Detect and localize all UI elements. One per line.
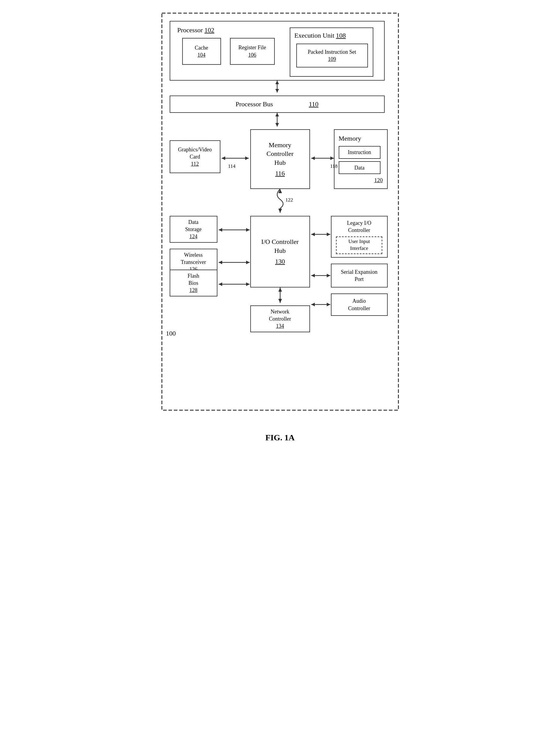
svg-marker-34 — [278, 287, 282, 292]
network-controller-label: Network Controller — [269, 308, 291, 323]
mch-ref: 116 — [275, 169, 285, 178]
cache-ref: 104 — [197, 52, 205, 59]
svg-marker-13 — [278, 189, 282, 193]
legacy-io-label: Legacy I/OController — [347, 220, 371, 234]
figure-caption: FIG. 1A — [152, 433, 408, 443]
svg-marker-6 — [275, 123, 279, 127]
label-122: 122 — [285, 197, 293, 203]
packed-instruction-set-ref: 109 — [328, 56, 336, 63]
user-input-interface-box: User InputInterface — [336, 237, 382, 254]
arrow-proc-to-bus — [161, 81, 400, 96]
memory-data-label: Data — [355, 164, 365, 171]
user-input-interface-label: User InputInterface — [348, 238, 370, 252]
svg-marker-9 — [245, 157, 249, 160]
svg-marker-22 — [219, 282, 222, 286]
ioh-label: I/O Controller Hub — [261, 237, 299, 255]
arrow-mch-ioh — [250, 189, 310, 216]
memory-ref: 120 — [374, 177, 383, 184]
audio-controller-box: AudioController — [331, 293, 388, 316]
svg-marker-23 — [246, 282, 250, 286]
svg-marker-31 — [311, 303, 315, 306]
arrow-graphics-mch — [220, 154, 252, 163]
arrow-ioh-audio — [310, 300, 333, 309]
register-file-label: Register File — [238, 44, 266, 51]
processor-box: Processor 102 Cache 104 Register File 10… — [169, 21, 385, 81]
svg-marker-25 — [311, 232, 315, 236]
register-file-ref: 106 — [248, 52, 256, 59]
packed-instruction-set-box: Packed Instruction Set 109 — [296, 44, 368, 67]
svg-marker-5 — [275, 113, 279, 117]
svg-marker-12 — [330, 157, 334, 160]
svg-marker-20 — [246, 261, 250, 264]
register-file-box: Register File 106 — [230, 38, 275, 65]
svg-marker-8 — [222, 157, 225, 160]
network-controller-ref: 134 — [276, 322, 284, 330]
cache-box: Cache 104 — [182, 38, 221, 65]
label-118: 118 — [330, 163, 338, 169]
svg-marker-19 — [219, 261, 222, 264]
mch-box: Memory Controller Hub 116 — [250, 129, 310, 189]
svg-marker-32 — [327, 303, 330, 306]
data-storage-box: Data Storage 124 — [169, 216, 217, 243]
data-storage-ref: 124 — [189, 233, 197, 240]
svg-marker-35 — [278, 299, 282, 303]
arrow-ioh-network — [250, 287, 310, 305]
memory-instruction-box: Instruction — [339, 146, 380, 159]
processor-label: Processor 102 — [177, 26, 215, 35]
serial-expansion-port-label: Serial ExpansionPort — [341, 268, 377, 283]
mch-label: Memory Controller Hub — [266, 141, 293, 167]
execution-unit-box: Execution Unit 108 Packed Instruction Se… — [290, 27, 373, 77]
flash-bios-label: Flash Bios — [187, 272, 199, 287]
ioh-ref: 130 — [275, 257, 285, 266]
packed-instruction-set-label: Packed Instruction Set — [308, 48, 356, 56]
flash-bios-box: Flash Bios 128 — [169, 270, 217, 297]
graphics-video-box: Graphics/Video Card 112 — [169, 140, 220, 173]
processor-bus-ref: 110 — [309, 100, 318, 109]
memory-label: Memory — [339, 134, 361, 143]
flash-bios-ref: 128 — [189, 287, 197, 294]
svg-marker-16 — [219, 228, 222, 232]
network-controller-box: Network Controller 134 — [250, 305, 310, 332]
outer-label-100: 100 — [166, 330, 176, 338]
svg-marker-26 — [327, 232, 330, 236]
serial-expansion-port-box: Serial ExpansionPort — [331, 264, 388, 287]
arrow-wireless-ioh — [217, 258, 252, 267]
svg-marker-17 — [246, 228, 250, 232]
arrow-mch-memory — [310, 154, 336, 163]
arrow-ioh-legacy — [310, 230, 333, 239]
svg-marker-14 — [278, 209, 282, 213]
graphics-video-ref: 112 — [191, 160, 199, 167]
memory-instruction-label: Instruction — [348, 149, 371, 156]
arrow-datastorage-ioh — [217, 225, 252, 234]
memory-box: Memory Instruction Data 120 — [334, 129, 388, 189]
arrow-flashbios-ioh — [217, 280, 252, 289]
svg-marker-2 — [275, 81, 279, 84]
processor-bus-label: Processor Bus — [236, 100, 273, 109]
processor-bus-box: Processor Bus 110 — [169, 96, 385, 113]
data-storage-label: Data Storage — [185, 219, 202, 233]
legacy-io-box: Legacy I/OController User InputInterface — [331, 216, 388, 258]
graphics-video-label: Graphics/Video Card — [178, 146, 212, 161]
label-114: 114 — [228, 163, 236, 169]
arrow-bus-to-mch — [161, 113, 400, 129]
execution-unit-label: Execution Unit 108 — [295, 31, 346, 40]
cache-label: Cache — [195, 44, 208, 52]
svg-marker-29 — [327, 274, 330, 277]
svg-marker-28 — [311, 274, 315, 277]
memory-data-box: Data — [339, 161, 380, 174]
svg-marker-11 — [311, 157, 315, 160]
arrow-ioh-serial — [310, 271, 333, 280]
svg-marker-3 — [275, 89, 279, 93]
wireless-transceiver-label: Wireless Transceiver — [181, 251, 206, 266]
audio-controller-label: AudioController — [348, 297, 371, 312]
ioh-box: I/O Controller Hub 130 — [250, 216, 310, 287]
